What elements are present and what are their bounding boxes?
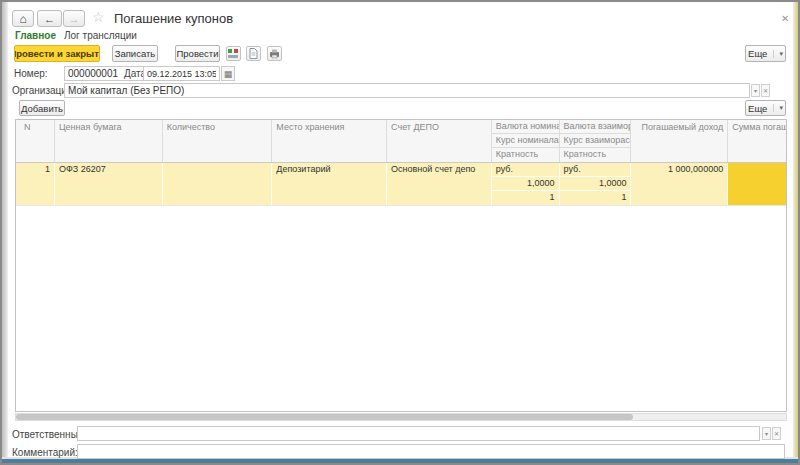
header-settlement-multiplicity: Кратность (560, 148, 631, 162)
app-window: ⌂ ← → ☆ Погашение купонов ✕ Главное Лог … (0, 0, 800, 465)
table-row[interactable]: 1 ОФЗ 26207 Депозитарий Основной счет де… (16, 163, 786, 206)
table-header-row: N Ценная бумага Количество Место хранени… (16, 120, 786, 163)
home-button[interactable]: ⌂ (12, 10, 34, 27)
col-header-settlement-currency: Валюта взаиморас... Курс взаиморасче... … (560, 120, 632, 162)
col-header-redeemed-income: Погашаемый доход (631, 120, 728, 162)
cell-depo-account[interactable]: Основной счет депо (387, 163, 492, 205)
organization-field[interactable] (64, 83, 750, 98)
tab-translation-log[interactable]: Лог трансляции (64, 30, 137, 41)
post-and-close-button[interactable]: Провести и закрыть (14, 45, 100, 62)
number-label: Номер: (14, 68, 48, 79)
cell-settlement-rate[interactable]: 1,0000 (560, 177, 631, 191)
document-file-icon[interactable] (246, 46, 261, 61)
chevron-down-icon: ▾ (773, 50, 783, 58)
write-button[interactable]: Записать (112, 45, 158, 62)
calendar-icon[interactable]: ▦ (221, 66, 235, 81)
cell-redeemed-income[interactable]: 1 000,000000 (631, 163, 728, 205)
favorite-star-icon[interactable]: ☆ (92, 9, 105, 25)
more-label: Еще (748, 103, 767, 114)
page-title: Погашение купонов (114, 11, 233, 26)
document-postings-icon[interactable] (226, 46, 241, 61)
header-nominal-multiplicity: Кратность (492, 148, 559, 162)
header-settlement-currency: Валюта взаиморас... (560, 120, 631, 134)
cell-nominal-currency[interactable]: руб. (492, 163, 559, 177)
print-icon[interactable] (267, 46, 282, 61)
cell-n[interactable]: 1 (16, 163, 55, 205)
col-header-redemption-sum: Сумма погашаем (728, 120, 786, 162)
file-icon (248, 48, 259, 59)
header-settlement-rate: Курс взаиморасче... (560, 134, 631, 148)
cell-storage[interactable]: Депозитарий (272, 163, 387, 205)
more-actions-button[interactable]: Еще ▾ (745, 45, 786, 62)
dropdown-icon[interactable]: ▾ (762, 427, 771, 440)
col-header-depo-account: Счет ДЕПО (387, 120, 492, 162)
post-button[interactable]: Провести (175, 45, 220, 62)
scrollbar-thumb[interactable] (16, 414, 633, 420)
col-header-security: Ценная бумага (55, 120, 163, 162)
cell-quantity[interactable] (163, 163, 273, 205)
window-left-frame (2, 2, 8, 463)
clear-icon[interactable]: ✕ (761, 84, 770, 97)
tab-main[interactable]: Главное (15, 30, 56, 41)
cell-settlement-multiplicity[interactable]: 1 (560, 191, 631, 205)
comment-field[interactable] (77, 444, 785, 459)
chevron-down-icon: ▾ (773, 104, 783, 112)
date-field[interactable] (143, 66, 220, 81)
more-label: Еще (748, 48, 767, 59)
header-nominal-rate: Курс номинала (492, 134, 559, 148)
clear-icon[interactable]: ✕ (772, 427, 781, 440)
cell-nominal-currency-group[interactable]: руб. 1,0000 1 (492, 163, 560, 205)
cell-settlement-currency[interactable]: руб. (560, 163, 631, 177)
add-row-button[interactable]: Добавить (19, 100, 65, 116)
dropdown-icon[interactable]: ▾ (751, 84, 760, 97)
col-header-storage: Место хранения (272, 120, 387, 162)
col-header-n: N (16, 120, 55, 162)
col-header-nominal-currency: Валюта номинала Курс номинала Кратность (492, 120, 560, 162)
table-more-button[interactable]: Еще ▾ (745, 100, 786, 116)
comment-label: Комментарий: (12, 447, 78, 458)
cell-nominal-rate[interactable]: 1,0000 (492, 177, 559, 191)
cell-security[interactable]: ОФЗ 26207 (55, 163, 163, 205)
dtkt-icon (228, 48, 239, 59)
col-header-quantity: Количество (163, 120, 273, 162)
cell-settlement-currency-group[interactable]: руб. 1,0000 1 (560, 163, 632, 205)
back-button[interactable]: ← (37, 10, 62, 27)
printer-icon (269, 48, 280, 59)
header-nominal-currency: Валюта номинала (492, 120, 559, 134)
cell-redemption-sum-selected[interactable] (728, 163, 786, 205)
horizontal-scrollbar[interactable] (15, 413, 787, 421)
window-right-frame (793, 2, 798, 463)
cell-nominal-multiplicity[interactable]: 1 (492, 191, 559, 205)
forward-button[interactable]: → (63, 10, 85, 27)
items-table: N Ценная бумага Количество Место хранени… (15, 119, 787, 412)
close-icon[interactable]: ✕ (781, 13, 789, 24)
responsible-field[interactable] (77, 426, 760, 441)
responsible-label: Ответственный: (12, 429, 86, 440)
